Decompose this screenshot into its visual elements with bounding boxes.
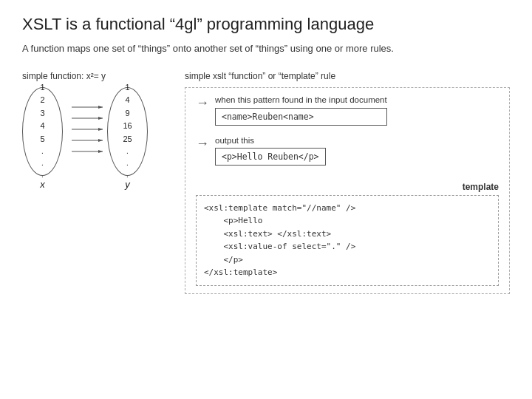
x-dots2: . — [41, 157, 44, 169]
y-oval: 1 4 9 16 25 . . . — [107, 87, 148, 176]
template-line-5: </p> — [204, 253, 491, 267]
xslt-section: simple xslt “function” or “template” rul… — [185, 71, 510, 295]
arrow-when: → — [196, 95, 209, 111]
template-line-4: <xsl:value-of select="." /> — [204, 240, 491, 253]
x-val-1: 1 — [40, 81, 44, 95]
template-label: template — [196, 182, 499, 192]
x-val-5: 5 — [40, 133, 44, 146]
mapping-arrows — [70, 94, 100, 183]
x-dots: . — [41, 146, 44, 157]
template-line-6: </xsl:template> — [204, 266, 491, 279]
when-label: when this pattern found in the input doc… — [215, 95, 387, 104]
pattern-box: <name>Reuben<name> — [215, 108, 387, 126]
x-val-2: 2 — [40, 94, 44, 107]
arrows-svg — [70, 94, 107, 183]
output-label: output this — [215, 136, 326, 145]
y-val-25: 25 — [123, 133, 132, 146]
y-dots2: . — [126, 157, 129, 169]
x-oval: 1 2 3 4 5 . . . — [22, 87, 63, 176]
function-diagram: simple function: x²= y 1 2 3 4 5 . . . x — [22, 71, 170, 190]
arrow-output: → — [196, 136, 209, 151]
y-dots3: . — [126, 169, 129, 181]
x-val-3: 3 — [40, 107, 44, 120]
template-line-3: <xsl:text> </xsl:text> — [204, 228, 491, 241]
subtitle-text: A function maps one set of “things” onto… — [22, 41, 510, 56]
y-val-9: 9 — [125, 107, 129, 120]
y-val-1: 1 — [125, 81, 129, 95]
page-title: XSLT is a functional “4gl” programming l… — [22, 15, 510, 34]
x-val-4: 4 — [40, 120, 44, 133]
function-label: simple function: x²= y — [22, 71, 170, 81]
y-dots: . — [126, 146, 129, 157]
template-code: <xsl:template match="//name" /> <p>Hello… — [196, 195, 499, 287]
x-dots3: . — [41, 169, 44, 181]
template-line-2: <p>Hello — [204, 214, 491, 228]
output-box: <p>Hello Reuben</p> — [215, 148, 326, 166]
template-line-1: <xsl:template match="//name" /> — [204, 202, 491, 215]
y-val-4: 4 — [125, 94, 129, 107]
y-val-16: 16 — [123, 120, 132, 133]
xslt-rule-label: simple xslt “function” or “template” rul… — [185, 71, 510, 81]
